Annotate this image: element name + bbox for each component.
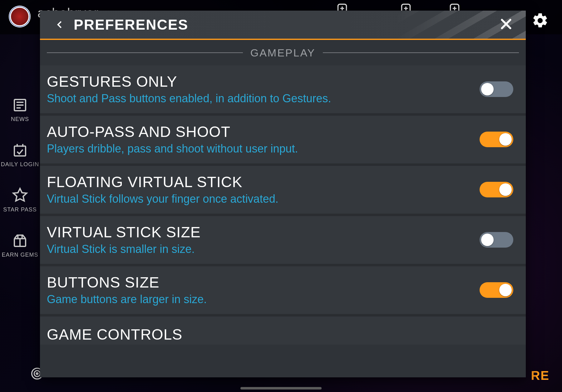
setting-toggle[interactable] (480, 232, 513, 248)
club-badge-icon (9, 6, 31, 27)
sidebar-item-label: DAILY LOGIN (1, 161, 39, 168)
setting-description: Players dribble, pass and shoot without … (47, 142, 298, 155)
setting-text: GAME CONTROLS (47, 326, 182, 343)
setting-title: GAME CONTROLS (47, 326, 182, 343)
sidebar-item-earn-gems: EARN GEMS (2, 232, 38, 258)
svg-point-8 (36, 373, 38, 375)
sidebar-item-star-pass: STAR PASS (3, 187, 37, 213)
setting-title: FLOATING VIRTUAL STICK (47, 173, 279, 191)
setting-description: Shoot and Pass buttons enabled, in addit… (47, 92, 331, 105)
toggle-knob (481, 234, 494, 246)
toggle-knob (499, 183, 512, 196)
section-heading: GAMEPLAY (40, 40, 526, 65)
background-sidebar: NEWS DAILY LOGIN STAR PASS EARN GEMS (0, 97, 40, 258)
modal-header: PREFERENCES (40, 11, 526, 40)
setting-description: Virtual Stick is smaller in size. (47, 243, 201, 256)
setting-text: GESTURES ONLYShoot and Pass buttons enab… (47, 73, 331, 105)
toggle-knob (499, 284, 512, 296)
setting-title: BUTTONS SIZE (47, 274, 207, 291)
modal-title: PREFERENCES (74, 16, 188, 33)
setting-text: FLOATING VIRTUAL STICKVirtual Stick foll… (47, 173, 279, 206)
setting-toggle[interactable] (480, 132, 513, 147)
sidebar-item-daily-login: DAILY LOGIN (1, 142, 39, 168)
setting-description: Virtual Stick follows your finger once a… (47, 192, 279, 206)
separator-line (323, 52, 519, 53)
footer-partial-text: RE (531, 369, 550, 383)
settings-list[interactable]: GESTURES ONLYShoot and Pass buttons enab… (40, 65, 526, 377)
sidebar-item-label: EARN GEMS (2, 252, 38, 258)
sidebar-item-label: STAR PASS (3, 206, 37, 213)
setting-title: VIRTUAL STICK SIZE (47, 224, 201, 241)
setting-row: VIRTUAL STICK SIZEVirtual Stick is small… (40, 216, 526, 266)
setting-row: BUTTONS SIZEGame buttons are larger in s… (40, 266, 526, 317)
toggle-knob (499, 133, 512, 146)
setting-title: GESTURES ONLY (47, 73, 331, 90)
separator-line (47, 52, 243, 53)
setting-title: AUTO-PASS AND SHOOT (47, 123, 298, 140)
sidebar-item-news: NEWS (11, 97, 29, 123)
setting-description: Game buttons are larger in size. (47, 293, 207, 306)
svg-rect-4 (14, 146, 26, 156)
preferences-modal: PREFERENCES GAMEPLAY GESTURES ONLYShoot … (40, 11, 526, 377)
setting-text: AUTO-PASS AND SHOOTPlayers dribble, pass… (47, 123, 298, 155)
close-button[interactable] (499, 17, 515, 32)
sidebar-item-label: NEWS (11, 116, 29, 123)
setting-text: BUTTONS SIZEGame buttons are larger in s… (47, 274, 207, 306)
setting-toggle[interactable] (480, 282, 513, 298)
setting-row: GAME CONTROLS (40, 317, 526, 345)
back-button[interactable] (52, 17, 67, 32)
gear-icon[interactable] (531, 12, 549, 29)
section-label: GAMEPLAY (250, 47, 316, 59)
setting-row: AUTO-PASS AND SHOOTPlayers dribble, pass… (40, 116, 526, 166)
home-indicator (240, 387, 322, 390)
toggle-knob (481, 83, 494, 95)
setting-toggle[interactable] (480, 182, 513, 197)
setting-text: VIRTUAL STICK SIZEVirtual Stick is small… (47, 224, 201, 256)
setting-row: GESTURES ONLYShoot and Pass buttons enab… (40, 65, 526, 116)
setting-toggle[interactable] (480, 81, 513, 97)
setting-row: FLOATING VIRTUAL STICKVirtual Stick foll… (40, 166, 526, 216)
